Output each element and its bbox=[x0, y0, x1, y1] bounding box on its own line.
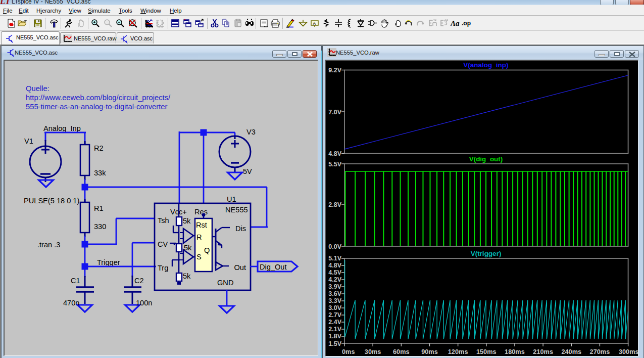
svg-text:240ms: 240ms bbox=[561, 348, 581, 355]
svg-text:180ms: 180ms bbox=[505, 348, 525, 355]
svg-text:Trg: Trg bbox=[158, 264, 168, 272]
svg-text:A: A bbox=[313, 21, 316, 26]
svg-text:5V: 5V bbox=[243, 167, 252, 175]
svg-text:S: S bbox=[196, 253, 202, 261]
svg-text:5.5V: 5.5V bbox=[328, 161, 341, 168]
svg-text:90ms: 90ms bbox=[421, 348, 438, 355]
svg-text:1.5V: 1.5V bbox=[328, 340, 341, 347]
svg-text:PULSE(5 18 0 1): PULSE(5 18 0 1) bbox=[24, 197, 79, 205]
svg-text:3.3V: 3.3V bbox=[328, 297, 341, 304]
svg-text:V1: V1 bbox=[24, 137, 33, 145]
svg-text:Dig_Out: Dig_Out bbox=[260, 263, 287, 271]
svg-text:100n: 100n bbox=[136, 299, 152, 307]
svg-text:0.0V: 0.0V bbox=[328, 243, 341, 250]
svg-text:2.1V: 2.1V bbox=[328, 326, 341, 333]
svg-text:http://www.eeweb.com/blog/circ: http://www.eeweb.com/blog/circuit_projec… bbox=[26, 94, 171, 102]
svg-text:R2: R2 bbox=[94, 144, 104, 152]
svg-text:2.7V: 2.7V bbox=[328, 311, 341, 319]
svg-text:60ms: 60ms bbox=[393, 348, 410, 355]
svg-text:R: R bbox=[196, 233, 202, 241]
svg-text:470n: 470n bbox=[63, 299, 79, 307]
svg-text:1.8V: 1.8V bbox=[328, 333, 341, 340]
svg-text:210ms: 210ms bbox=[533, 348, 553, 355]
svg-text:300ms: 300ms bbox=[619, 348, 638, 355]
svg-text:270ms: 270ms bbox=[590, 348, 610, 355]
svg-text:R1: R1 bbox=[94, 204, 104, 212]
svg-text:U1: U1 bbox=[227, 195, 236, 203]
svg-text:Dis: Dis bbox=[235, 225, 246, 233]
svg-text:30ms: 30ms bbox=[365, 348, 381, 355]
svg-text:150ms: 150ms bbox=[476, 348, 497, 355]
svg-text:V3: V3 bbox=[246, 128, 256, 136]
svg-text:Q: Q bbox=[204, 246, 210, 254]
svg-text:Trigger: Trigger bbox=[97, 258, 120, 266]
svg-text:4.2V: 4.2V bbox=[328, 276, 341, 283]
svg-text:Tsh: Tsh bbox=[158, 216, 169, 225]
svg-text:Aa: Aa bbox=[451, 19, 460, 27]
svg-text:Quelle:: Quelle: bbox=[26, 84, 49, 93]
svg-text:330: 330 bbox=[94, 222, 106, 231]
svg-text:LT: LT bbox=[0, 0, 11, 5]
svg-text:NE555: NE555 bbox=[225, 206, 248, 214]
svg-text:C2: C2 bbox=[134, 277, 144, 285]
svg-text:555-timer-as-an-analog-to-digi: 555-timer-as-an-analog-to-digital-conver… bbox=[26, 103, 167, 111]
svg-text:.tran .3: .tran .3 bbox=[37, 241, 60, 249]
svg-text:.op: .op bbox=[462, 20, 471, 27]
svg-text:C1: C1 bbox=[71, 277, 80, 285]
svg-text:Res: Res bbox=[194, 208, 208, 216]
svg-text:4.8V: 4.8V bbox=[328, 150, 341, 157]
svg-text:V(analog_inp): V(analog_inp) bbox=[463, 61, 508, 69]
svg-text:V(dig_out): V(dig_out) bbox=[469, 155, 503, 163]
svg-text:5k: 5k bbox=[183, 272, 191, 280]
svg-text:9.2V: 9.2V bbox=[328, 67, 341, 74]
svg-text:5.1V: 5.1V bbox=[328, 255, 341, 262]
svg-text:120ms: 120ms bbox=[448, 348, 468, 355]
svg-text:CV: CV bbox=[158, 240, 168, 248]
svg-text:4.8V: 4.8V bbox=[328, 262, 341, 269]
svg-text:Analog_Inp: Analog_Inp bbox=[43, 124, 81, 132]
svg-text:3.0V: 3.0V bbox=[328, 304, 341, 311]
svg-text:5k: 5k bbox=[183, 217, 191, 225]
svg-text:2.4V: 2.4V bbox=[328, 319, 341, 326]
svg-text:3.6V: 3.6V bbox=[328, 290, 341, 297]
svg-text:2.8V: 2.8V bbox=[328, 201, 341, 208]
svg-text:7.0V: 7.0V bbox=[328, 109, 341, 116]
svg-text:GND: GND bbox=[217, 279, 233, 287]
svg-text:V(trigger): V(trigger) bbox=[471, 250, 502, 257]
svg-text:4.5V: 4.5V bbox=[328, 269, 341, 276]
svg-text:33k: 33k bbox=[94, 169, 106, 177]
svg-text:3.9V: 3.9V bbox=[328, 283, 341, 290]
svg-text:0ms: 0ms bbox=[342, 348, 355, 355]
svg-text:Out: Out bbox=[234, 263, 246, 272]
svg-text:Rst: Rst bbox=[196, 221, 207, 229]
